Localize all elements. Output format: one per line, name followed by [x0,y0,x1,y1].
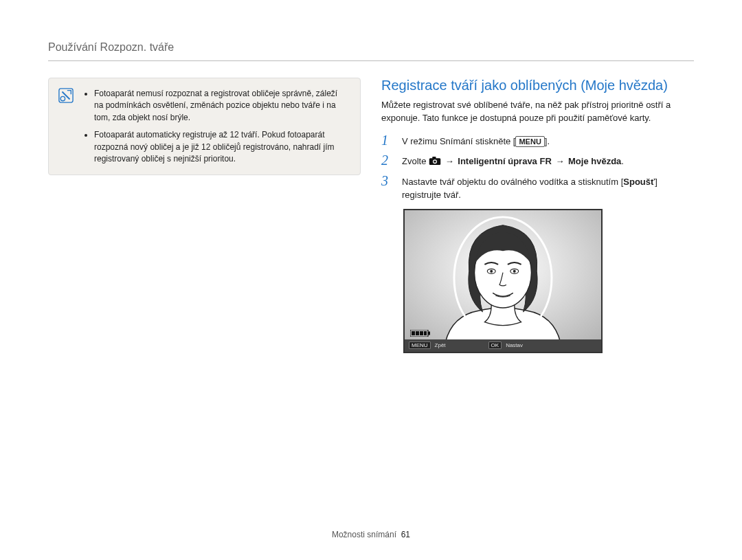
camera-lcd-preview: MENU Zpět OK Nastav [403,209,603,353]
note-list: Fotoaparát nemusí rozpoznat a registrova… [83,88,348,165]
svg-point-12 [513,269,516,272]
svg-rect-18 [420,331,423,335]
svg-point-2 [60,96,65,100]
step-text: V režimu Snímání stiskněte [ [402,136,515,146]
step-number: 1 [381,133,394,148]
svg-point-6 [434,161,436,163]
section-intro: Můžete registrovat své oblíbené tváře, n… [381,99,694,125]
divider [48,60,694,61]
step-3: 3 Nastavte tvář objektu do oválného vodí… [381,175,694,202]
camera-icon [429,156,441,166]
note-icon [58,88,74,103]
battery-icon [410,330,431,337]
svg-rect-19 [424,331,427,335]
menu-key: MENU [515,136,544,147]
note-bullet: Fotoaparát nemusí rozpoznat a registrova… [94,88,348,124]
face-illustration [405,210,601,352]
breadcrumb: Používání Rozpozn. tváře [48,41,694,54]
svg-rect-4 [432,157,436,159]
lcd-menu-btn: MENU [409,341,431,349]
step-text: Nastavte tvář objektu do oválného vodítk… [402,177,621,187]
section-title: Registrace tváří jako oblíbených (Moje h… [381,78,694,93]
step-1: 1 V režimu Snímání stiskněte [MENU]. [381,135,694,148]
svg-rect-15 [428,331,430,335]
step-number: 3 [381,174,394,202]
step-text: . [621,156,624,166]
step-number: 2 [381,153,394,168]
footer-label: Možnosti snímání [332,530,396,539]
step-text: ]. [545,136,550,146]
arrow-icon: → [444,156,458,166]
svg-rect-17 [416,331,419,335]
step-2: 2 Zvolte → Inteligentní úp [381,155,694,168]
page-footer: Možnosti snímání 61 [0,530,742,539]
lcd-menu-label: Zpět [435,342,446,348]
step-text-bold: Moje hvězda [568,156,621,166]
note-bullet: Fotoaparát automaticky registruje až 12 … [94,129,348,165]
lcd-statusbar: MENU Zpět OK Nastav [405,339,601,352]
lcd-ok-btn: OK [488,341,502,349]
svg-point-10 [490,269,493,272]
arrow-icon: → [554,156,568,166]
svg-line-1 [63,92,70,100]
svg-rect-16 [412,331,415,335]
step-text-bold: Spoušť [623,177,655,187]
note-box: Fotoaparát nemusí rozpoznat a registrova… [48,78,361,175]
step-text-bold: Inteligentní úprava FR [458,156,552,166]
step-text: Zvolte [402,156,429,166]
page-number: 61 [401,530,410,539]
lcd-ok-label: Nastav [506,342,523,348]
